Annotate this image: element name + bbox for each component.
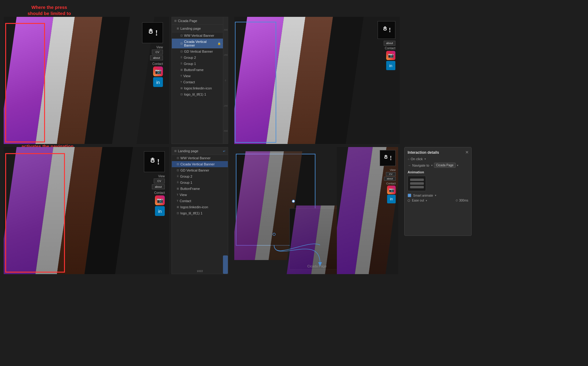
nav-about-btn-bl[interactable]: about [152, 184, 165, 189]
layer-item-b-cicada-selected[interactable]: ⊡ Cicada Vertical Banner [172, 161, 228, 167]
bottom-left-logo-area: ᄒ! View CV about Contact 📷 in [144, 151, 165, 216]
layer-item-contact[interactable]: T Contact [172, 79, 228, 85]
layer-item-group1[interactable]: ⠿ Group 1 [172, 61, 228, 67]
nav-view-label-tl: View [142, 46, 163, 49]
action-label: Navigate to [412, 164, 429, 167]
ruler-right-top: -500 -250 0 -250 -500 [223, 17, 228, 144]
logo-box-top-right: ᄒ! [378, 21, 395, 39]
instagram-icon-tl[interactable]: 📷 [153, 66, 163, 76]
top-left-canvas: Landing page ᄒ! View CV about Contact 📷 … [4, 17, 169, 144]
top-left-logo-area: ᄒ! View CV about Contact 📷 in [142, 22, 163, 87]
animation-preview-box [408, 176, 426, 191]
interaction-details-close[interactable]: ✕ [465, 150, 469, 155]
ease-label: Ease out [412, 199, 424, 202]
bottom-far-right-mini-canvas: ᄒ! View CV about Contact 📷 in [337, 147, 398, 274]
layer-header-landing: ⊞ Landing page [172, 25, 228, 32]
top-right-logo-area: ᄒ! about Contact 📷 in [378, 21, 395, 70]
layer-item-ww[interactable]: ⊡ WW Vertical Banner [172, 32, 228, 39]
layer-item-b-gd[interactable]: ⊡ GD Vertical Banner [172, 167, 228, 173]
interaction-details-panel: Interaction details ✕ ○ On click ▾ → Nav… [404, 147, 472, 236]
layer-item-b-view[interactable]: T View [172, 192, 228, 198]
bottom-center-layer-panel: ⊞ Landing page ↵ ⊡ WW Vertical Banner ⊡ … [172, 147, 228, 274]
duration-value: 300ms [459, 199, 468, 202]
instagram-icon-tr[interactable]: 📷 [386, 51, 395, 60]
layer-item-buttonframe[interactable]: ⊞ ButtonFrame [172, 67, 228, 73]
smart-animate-row: ✓ Smart animate ▾ [408, 194, 468, 197]
nav-contact-label-bl: Contact [144, 191, 165, 194]
nav-contact-label-tl: Contact [142, 62, 163, 66]
nav-view-label-bl: View [144, 175, 165, 178]
nav-about-btn-tr[interactable]: about [384, 41, 395, 46]
layer-item-gd[interactable]: ⊡ GD Vertical Banner [172, 48, 228, 55]
red-outline-top [5, 23, 45, 142]
layer-item-group2[interactable]: ⠿ Group 2 [172, 55, 228, 61]
annotation-top: Where the press should be limited to [28, 4, 71, 16]
layer-item-b-ww[interactable]: ⊡ WW Vertical Banner [172, 155, 228, 161]
ease-indicator [408, 199, 410, 202]
layer-item-b-group2[interactable]: ⠿ Group 2 [172, 173, 228, 179]
animation-section-title: Animation [408, 170, 468, 174]
bottom-left-canvas: Landing page ᄒ! View CV about Contact 📷 … [4, 147, 169, 274]
layer-header-landing-bottom: ⊞ Landing page ↵ [172, 147, 228, 155]
layer-item-linkedin-logo[interactable]: ⊞ logos:linkedin-icon [172, 85, 228, 91]
layer-item-b-linkedin-logo[interactable]: ⊞ logos:linkedin-icon [172, 204, 228, 210]
trigger-row: ○ On click ▾ [408, 157, 468, 161]
blue-outline-top-right [235, 22, 276, 143]
action-row: → Navigate to ▾ Cicada Page ▾ [408, 163, 468, 168]
nav-cv-btn-tl[interactable]: CV [152, 50, 163, 55]
nav-contact-label-tr: Contact [378, 47, 395, 50]
layer-item-cicada-selected[interactable]: ⊡ Cicada Vertical Banner 🔒 👁 [172, 39, 228, 48]
layer-item-b-contact[interactable]: T Contact [172, 198, 228, 204]
logo-box-bottom-left: ᄒ! [144, 151, 165, 172]
animation-preview-row [408, 176, 468, 191]
trigger-label: On click [411, 157, 423, 161]
scroll-value-bottom: 1022 [197, 270, 203, 273]
interaction-details-title: Interaction details [408, 150, 468, 155]
ease-duration-row: Ease out ▾ ⏱ 300ms [408, 199, 468, 202]
mini-canvas-logo: ᄒ! [380, 150, 396, 166]
flow-connection-dot [292, 200, 295, 203]
scroll-indicator-bottom[interactable] [223, 255, 228, 274]
nav-about-btn-tl[interactable]: about [150, 55, 163, 60]
layer-header-cicada: ⊞ Cicada Page [172, 17, 228, 25]
linkedin-icon-tl[interactable]: in [153, 77, 163, 87]
cicada-page-bottom-label: Cicada Page [307, 264, 327, 268]
layer-item-logo-image[interactable]: ⊡ logo_til_tlf(1) 1 [172, 91, 228, 97]
layer-item-view[interactable]: T View [172, 73, 228, 79]
destination-chip[interactable]: Cicada Page [434, 163, 456, 168]
top-right-canvas: Landing page ᄒ! about Contact 📷 in [234, 17, 400, 144]
logo-box-top-left: ᄒ! [142, 22, 163, 43]
linkedin-icon-tr[interactable]: in [386, 61, 395, 70]
layer-item-b-logo-image[interactable]: ⊡ logo_til_tlf(1) 1 [172, 210, 228, 216]
linkedin-icon-bl[interactable]: in [155, 206, 165, 216]
nav-cv-btn-bl[interactable]: CV [154, 179, 165, 183]
top-center-layer-panel: ⊞ Cicada Page ⊞ Landing page ⊡ WW Vertic… [172, 17, 228, 144]
smart-animate-label: Smart animate [413, 194, 433, 197]
layer-item-b-group1[interactable]: ⠿ Group 1 [172, 179, 228, 186]
smart-animate-checkbox[interactable]: ✓ [408, 194, 411, 197]
instagram-icon-bl[interactable]: 📷 [155, 195, 165, 205]
layer-item-b-buttonframe[interactable]: ⊞ ButtonFrame [172, 186, 228, 192]
red-outline-bottom [5, 153, 65, 273]
